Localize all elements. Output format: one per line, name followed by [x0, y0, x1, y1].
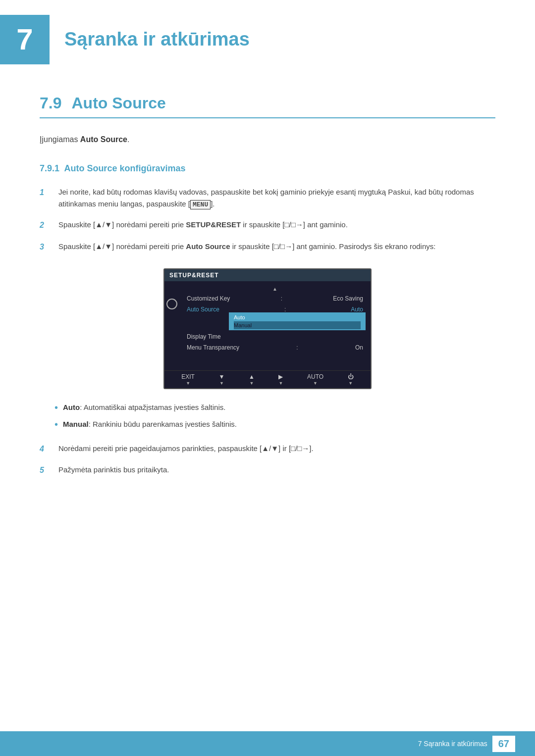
step-2-number: 2	[40, 219, 54, 232]
menu-value-2: Auto	[351, 306, 363, 313]
up-arrow-indicator: ▲	[184, 286, 366, 292]
menu-label-3: Display Time	[187, 333, 221, 340]
monitor-bottom-bar: EXIT ▼ ▼ ▼ ▲ ▼ ▶ ▼ AUTO ▼	[164, 370, 371, 388]
step-2: 2 Spauskite [▲/▼] norėdami pereiti prie …	[40, 219, 495, 232]
menu-row-customized-key: Customized Key : Eco Saving	[184, 293, 366, 304]
bullet-auto-text: Auto: Automatiškai atpažįstamas įvesties…	[63, 402, 225, 413]
chapter-title: Sąranka ir atkūrimas	[64, 15, 250, 50]
intro-paragraph: Įjungiamas Auto Source.	[40, 133, 495, 146]
bullet-manual: • Manual: Rankiniu būdu parenkamas įvest…	[54, 418, 495, 430]
step-3: 3 Spauskite [▲/▼] norėdami pereiti prie …	[40, 241, 495, 253]
menu-row-display-time: Display Time	[184, 331, 366, 342]
footer-chapter-ref: 7 Sąranka ir atkūrimas	[418, 740, 487, 748]
main-content: 7.9Auto Source Įjungiamas Auto Source. 7…	[0, 84, 535, 531]
btn-down: ▼ ▼	[219, 373, 225, 386]
btn-up: ▲ ▼	[249, 373, 255, 386]
menu-label-1: Customized Key	[187, 295, 230, 302]
monitor-gear-area	[164, 284, 179, 365]
intro-text-after: .	[127, 135, 129, 144]
menu-label-2: Auto Source	[187, 306, 219, 313]
step-1: 1 Jei norite, kad būtų rodomas klavišų v…	[40, 186, 495, 210]
subsection-heading: 7.9.1 Auto Source konfigūravimas	[40, 163, 495, 174]
step-4-text: Norėdami pereiti prie pageidaujamos pari…	[58, 443, 495, 454]
section-number: 7.9	[40, 94, 61, 112]
bullet-list: • Auto: Automatiškai atpažįstamas įvesti…	[54, 402, 495, 430]
intro-bold: Auto Source	[80, 135, 127, 144]
step-5: 5 Pažymėta parinktis bus pritaikyta.	[40, 464, 495, 477]
steps-list-2: 4 Norėdami pereiti prie pageidaujamos pa…	[40, 443, 495, 477]
submenu-item-manual: Manual	[234, 321, 361, 329]
monitor-menu-title: SETUP&RESET	[164, 269, 371, 281]
bullet-manual-text: Manual: Rankiniu būdu parenkamas įvestie…	[63, 418, 237, 430]
monitor-display: SETUP&RESET ▲ Customized Key : Eco Savin…	[163, 268, 372, 389]
menu-value-4: On	[355, 344, 363, 351]
chapter-number-block: 7	[0, 15, 50, 64]
btn-auto: AUTO ▼	[307, 373, 323, 386]
submenu-popup: Auto Manual	[229, 312, 366, 330]
steps-list: 1 Jei norite, kad būtų rodomas klavišų v…	[40, 186, 495, 253]
btn-exit: EXIT ▼	[181, 373, 195, 386]
subsection-number: 7.9.1	[40, 163, 59, 173]
footer-page-number: 67	[492, 736, 515, 752]
step-1-text: Jei norite, kad būtų rodomas klavišų vad…	[58, 186, 495, 210]
step-3-number: 3	[40, 241, 54, 253]
step-5-text: Pažymėta parinktis bus pritaikyta.	[58, 464, 495, 476]
submenu-item-auto: Auto	[234, 313, 361, 321]
chapter-number: 7	[16, 25, 33, 54]
step-5-number: 5	[40, 464, 54, 477]
step-1-number: 1	[40, 186, 54, 199]
page-header: 7 Sąranka ir atkūrimas	[0, 0, 535, 74]
btn-enter: ▶ ▼	[278, 373, 283, 386]
bullet-auto: • Auto: Automatiškai atpažįstamas įvesti…	[54, 402, 495, 413]
section-heading: 7.9Auto Source	[40, 94, 495, 118]
menu-row-menu-transparency: Menu Transparency : On	[184, 342, 366, 353]
intro-text-before: Įjungiamas	[40, 135, 80, 144]
monitor-screenshot: SETUP&RESET ▲ Customized Key : Eco Savin…	[40, 268, 495, 389]
page-footer: 7 Sąranka ir atkūrimas 67	[0, 731, 535, 756]
subsection-title-text: Auto Source konfigūravimas	[64, 163, 185, 173]
monitor-menu-items: ▲ Customized Key : Eco Saving Auto Sourc…	[179, 284, 371, 365]
step-3-text: Spauskite [▲/▼] norėdami pereiti prie Au…	[58, 241, 495, 252]
btn-power: ⏻ ▼	[348, 373, 354, 386]
gear-icon	[166, 299, 177, 309]
monitor-menu-content: ▲ Customized Key : Eco Saving Auto Sourc…	[164, 281, 371, 368]
menu-value-1: Eco Saving	[333, 295, 363, 302]
menu-label-4: Menu Transparency	[187, 344, 239, 351]
step-4-number: 4	[40, 443, 54, 455]
step-4: 4 Norėdami pereiti prie pageidaujamos pa…	[40, 443, 495, 455]
section-title-text: Auto Source	[71, 94, 165, 112]
step-2-text: Spauskite [▲/▼] norėdami pereiti prie SE…	[58, 219, 495, 231]
